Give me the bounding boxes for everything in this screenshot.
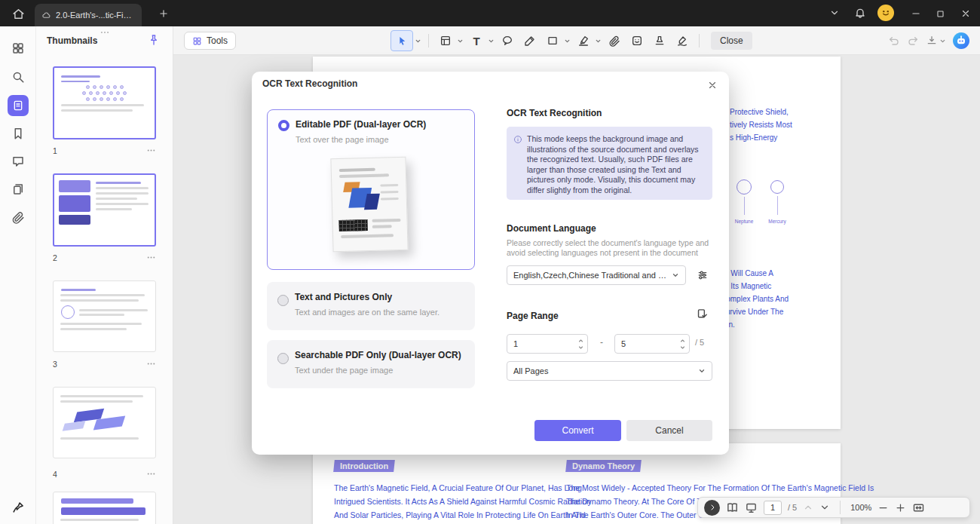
text-tool-chevron-icon[interactable] <box>488 38 495 44</box>
page-to-spinner[interactable]: 5 <box>614 334 690 354</box>
thumbnails-panel: Thumbnails 1 <box>36 26 173 524</box>
thumbnail-page-1[interactable] <box>53 66 156 139</box>
thumbnails-panel-button[interactable] <box>8 95 29 116</box>
ai-assistant-button[interactable] <box>953 32 969 49</box>
search-icon[interactable] <box>11 70 25 84</box>
chevron-down-icon <box>698 367 706 375</box>
tools-button[interactable]: Tools <box>184 32 236 50</box>
radio-editable-pdf[interactable] <box>278 120 289 131</box>
maximize-button[interactable] <box>929 3 951 24</box>
ai-robot-icon <box>954 33 969 48</box>
close-window-button[interactable] <box>954 3 977 24</box>
export-button[interactable] <box>926 35 946 47</box>
user-avatar[interactable] <box>877 5 894 21</box>
ocr-dialog: OCR Text Recognition Editable PDF (Dual-… <box>252 72 729 455</box>
cancel-button[interactable]: Cancel <box>626 420 712 441</box>
thumbnail-page-3[interactable] <box>53 280 156 352</box>
spinner-up-icon[interactable] <box>679 338 686 344</box>
stamp-tool[interactable] <box>650 31 669 51</box>
option-text-pictures-only[interactable]: Text and Pictures Only Text and images a… <box>267 282 475 330</box>
thumbnail-page-2[interactable] <box>53 173 156 247</box>
text-tool[interactable]: T <box>467 31 486 51</box>
page-organize-icon[interactable] <box>11 182 25 196</box>
tool-group: T Close <box>390 26 752 55</box>
dialog-close-button[interactable] <box>705 78 720 93</box>
new-tab-button[interactable] <box>155 5 172 22</box>
notifications-bell-icon[interactable] <box>851 4 869 22</box>
attachments-paperclip-icon[interactable] <box>11 210 25 224</box>
fit-width-icon[interactable] <box>912 501 925 514</box>
convert-button[interactable]: Convert <box>534 420 621 441</box>
cursor-tool-chevron-icon[interactable] <box>415 38 421 44</box>
document-tab-title: 2.0-Earth's-...tic-Field(1) <box>56 11 135 20</box>
apps-grid-icon[interactable] <box>11 41 25 55</box>
tools-button-label: Tools <box>207 35 228 46</box>
page-scope-select[interactable]: All Pages <box>507 361 712 381</box>
thumbnail-menu-icon[interactable] <box>146 359 156 369</box>
pencil-tool[interactable] <box>520 31 540 51</box>
shape-rectangle-tool[interactable] <box>543 31 562 51</box>
minimize-button[interactable] <box>905 3 927 24</box>
language-settings-sliders-icon[interactable] <box>697 269 709 281</box>
chevron-down-icon <box>672 271 679 279</box>
document-tab[interactable]: 2.0-Earth's-...tic-Field(1) <box>35 4 142 26</box>
tools-grid-icon <box>192 36 202 46</box>
thumbnail-preview <box>54 281 155 338</box>
option-editable-pdf[interactable]: Editable PDF (Dual-layer OCR) Text over … <box>267 109 475 270</box>
redo-icon[interactable] <box>907 35 919 47</box>
zoom-in-icon[interactable] <box>895 502 906 513</box>
zoom-out-icon[interactable] <box>877 502 889 513</box>
undo-icon[interactable] <box>888 35 900 47</box>
titlebar-chevron-down-icon[interactable] <box>825 4 844 22</box>
toolbar-right-group <box>888 26 969 55</box>
thumbnails-icon <box>12 100 24 112</box>
sticker-tool[interactable] <box>627 31 647 51</box>
shape-tool-chevron-icon[interactable] <box>564 38 571 44</box>
toolbar-separator <box>428 34 429 47</box>
thumbnail-page-number: 3 <box>53 360 57 369</box>
bookmarks-icon[interactable] <box>11 127 25 140</box>
signature-tool[interactable] <box>672 31 692 51</box>
comment-bubble-icon <box>501 35 513 47</box>
thumbnail-preview <box>54 492 155 524</box>
spinner-down-icon[interactable] <box>679 345 686 351</box>
select-cursor-tool[interactable] <box>390 30 413 51</box>
spinner-down-icon[interactable] <box>577 345 584 351</box>
next-page-icon[interactable] <box>819 502 830 513</box>
page-text-fragment: tively Resists Most <box>730 121 792 129</box>
thumbnail-menu-icon[interactable] <box>146 253 156 262</box>
pin-panel-icon[interactable] <box>148 34 160 46</box>
titlebar: 2.0-Earth's-...tic-Field(1) <box>0 0 980 26</box>
frame-tool-chevron-icon[interactable] <box>457 38 464 44</box>
highlighter-tool[interactable] <box>574 31 593 51</box>
thumbnail-page-4[interactable] <box>53 387 156 458</box>
radio-searchable-pdf[interactable] <box>277 353 289 364</box>
highlighter-tool-chevron-icon[interactable] <box>595 38 602 44</box>
page-select-icon[interactable] <box>696 308 709 320</box>
option-searchable-pdf[interactable]: Searchable PDF Only (Dual-layer OCR) Tex… <box>267 340 475 388</box>
read-mode-icon[interactable] <box>726 501 739 514</box>
home-button[interactable] <box>8 3 29 24</box>
comment-bubble-tool[interactable] <box>498 31 517 51</box>
expand-toolbar-button[interactable] <box>704 500 720 516</box>
thumbnail-menu-icon[interactable] <box>146 146 156 155</box>
radio-text-pictures-only[interactable] <box>277 295 289 306</box>
thumbnail-page-5[interactable] <box>53 492 156 524</box>
attach-file-tool[interactable] <box>605 31 624 51</box>
page-from-spinner[interactable]: 1 <box>507 334 588 354</box>
zoom-level-label[interactable]: 100% <box>850 503 871 512</box>
frame-layout-tool[interactable] <box>436 31 455 51</box>
language-select[interactable]: English,Czech,Chinese Traditional and En… <box>507 265 686 285</box>
page-number-input[interactable]: 1 <box>764 501 782 515</box>
ocr-mode-info-box: This mode keeps the background image and… <box>507 127 712 200</box>
presentation-mode-icon[interactable] <box>745 501 758 514</box>
ink-pen-tool-icon[interactable] <box>11 500 26 514</box>
comments-icon[interactable] <box>11 155 25 168</box>
thumbnail-menu-icon[interactable] <box>146 469 156 479</box>
spinner-up-icon[interactable] <box>577 338 584 344</box>
previous-page-icon[interactable] <box>803 502 813 513</box>
page-text-fragment: s High-Energy <box>730 133 777 142</box>
frame-icon <box>439 35 452 47</box>
close-tools-button[interactable]: Close <box>711 32 752 50</box>
page-text-line: The Most Widely - Accepted Theory For Th… <box>566 483 874 492</box>
